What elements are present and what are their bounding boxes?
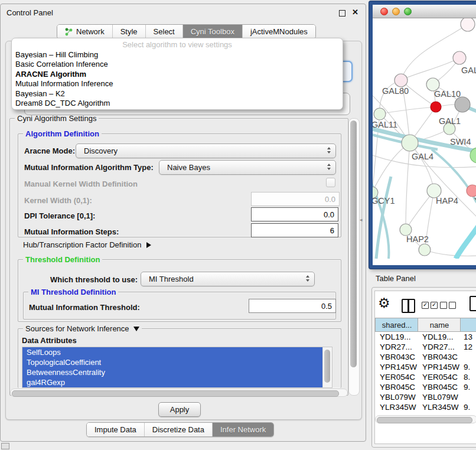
which-threshold-combobox[interactable]: MI Threshold [141,272,315,286]
bottom-tabbar: Impute Data Discretize Data Infer Networ… [86,422,274,437]
column-header-shared-name[interactable]: shared... [375,318,419,332]
gear-icon[interactable]: ⚙ [378,295,390,311]
stepper-arrows-icon [327,164,331,170]
column-header-label: shared... [382,321,412,330]
mi-algorithm-type-label: Mutual Information Algorithm Type: [24,163,154,172]
sources-group-header[interactable]: Sources for Network Inference [23,324,142,333]
kernel-width-value: 0.0 [325,195,335,204]
node-label: GCY1 [373,196,395,206]
table-hscrollbar[interactable] [375,415,476,423]
tab-network-label: Network [76,27,105,36]
minimize-button[interactable] [392,8,400,15]
algorithm-definition-title: Algorithm Definition [23,129,102,138]
attributes-scrollbar-thumb[interactable] [324,350,330,383]
tab-impute-data-label: Impute Data [94,425,136,434]
panel-splitter-handle[interactable]: ◂ [360,217,363,223]
which-threshold-value: MI Threshold [149,275,194,283]
list-item[interactable]: Bayesian – K2 [14,89,340,99]
close-icon[interactable]: ✕ [352,8,358,17]
zoom-button[interactable] [404,8,412,15]
tab-select[interactable]: Select [146,25,183,38]
tab-jactivemnodules[interactable]: jActiveMNodules [243,25,315,38]
apply-button[interactable]: Apply [158,402,201,417]
column-header-label: name [430,321,449,330]
column-header-name[interactable]: name [418,318,461,332]
list-item[interactable]: Basic Correlation Inference [14,60,340,69]
table-row[interactable]: YBL079W YBL079W [375,392,476,402]
cell: YDR27... [380,342,412,352]
control-panel-title: Control Panel [6,8,53,17]
network-icon [65,28,73,36]
unchecked-box-icon [449,302,456,309]
tab-cyni-toolbox[interactable]: Cyni Toolbox [183,25,243,38]
aracne-mode-combobox[interactable]: Discovery [76,144,336,158]
mi-steps-input[interactable]: 6 [251,223,338,237]
settings-hscrollbar[interactable] [10,389,348,397]
manual-kernel-width-checkbox[interactable] [326,178,335,187]
cell: YPR145W [380,362,417,372]
list-item[interactable]: TopologicalCoefficient [22,357,322,367]
new-table-icon[interactable] [470,296,476,311]
table-row[interactable]: YER054C YER054C 8. [375,372,476,382]
cell: YLR345W [422,402,459,412]
table-row[interactable]: YLR345W YLR345W 9. [375,402,476,412]
list-item[interactable]: Dream8 DC_TDC Algorithm [14,99,340,108]
collapse-down-icon [133,327,139,331]
expand-right-icon [146,242,151,248]
table-row[interactable]: YDL19... YDL19... 13 [375,332,476,342]
cell: YDL19... [380,332,411,342]
settings-hscrollbar-thumb[interactable] [12,390,339,397]
network-view-frame[interactable]: GAL80 GAL10 GAL1 GAL11 SWI4 GAL4 GCY1 HA… [369,1,476,269]
list-item[interactable]: Mutual Information Inference [14,79,340,89]
kernel-width-label: Kernel Width (0,1): [24,196,92,205]
tab-style[interactable]: Style [113,25,146,38]
show-columns-icon[interactable] [402,299,415,313]
tab-network[interactable]: Network [57,25,113,38]
settings-scrollbar-thumb[interactable] [350,120,357,367]
table-hscrollbar-thumb[interactable] [377,417,472,423]
thick-cyan-edge [456,226,476,259]
data-attributes-label: Data Attributes [22,336,77,345]
tab-discretize-data[interactable]: Discretize Data [145,423,213,436]
list-item[interactable]: SelfLoops [22,347,322,357]
table-row[interactable]: YBR043C YBR043C [375,352,476,362]
node-label: SWI4 [450,137,471,146]
node-label: GAL4 [412,152,433,161]
list-item-selected-algorithm[interactable]: ARACNE Algorithm [14,70,340,79]
tab-infer-network[interactable]: Infer Network [213,423,273,436]
cell: 9. [464,402,470,412]
table-row[interactable]: YDR27... YDR27... 12 [375,342,476,352]
network-canvas[interactable]: GAL80 GAL10 GAL1 GAL11 SWI4 GAL4 GCY1 HA… [373,18,476,265]
table-row[interactable]: YPR145W YPR145W 9. [375,362,476,372]
kernel-width-input[interactable]: 0.0 [251,192,340,206]
attributes-scrollbar[interactable] [322,347,332,387]
settings-scrollbar[interactable] [348,118,360,396]
network-graph: GAL80 GAL10 GAL1 GAL11 SWI4 GAL4 GCY1 HA… [373,18,476,259]
list-item[interactable]: Bayesian – Hill Climbing [14,50,340,60]
mi-steps-label: Mutual Information Steps: [24,227,119,236]
close-button[interactable] [380,8,388,15]
data-attributes-list[interactable]: SelfLoops TopologicalCoefficient Between… [22,347,332,388]
table-row[interactable]: YBR045C YBR045C 9. [375,382,476,392]
window-restore-icon[interactable] [1,443,9,449]
select-all-columns-icon[interactable]: ✓ ✓ [422,302,438,309]
float-window-icon[interactable] [339,10,345,17]
control-panel-window: Control Panel ✕ Network Style Select Cyn… [0,4,366,442]
tab-style-label: Style [120,27,138,36]
network-view-titlebar[interactable] [373,5,476,18]
table-row[interactable]: YJL052C YJL052C 9. [375,412,476,415]
cell: YBR043C [380,352,415,362]
deselect-all-columns-icon[interactable] [440,302,456,309]
which-threshold-label: Which threshold to use: [50,275,138,284]
mi-steps-value: 6 [330,226,334,235]
list-item[interactable]: gal4RGexp [22,377,322,387]
tab-impute-data[interactable]: Impute Data [87,423,145,436]
dpi-tolerance-input[interactable]: 0.0 [251,207,338,221]
hub-definition-toggle[interactable]: Hub/Transcription Factor Definition [23,240,151,249]
cell: YPR145W [422,362,459,372]
node-label: HAP4 [436,196,458,206]
mi-threshold-input[interactable]: 0.5 [249,299,336,313]
column-header-clipped[interactable] [460,318,476,332]
mi-algorithm-type-combobox[interactable]: Naive Bayes [159,160,336,175]
list-item[interactable]: BetweennessCentrality [22,367,322,377]
